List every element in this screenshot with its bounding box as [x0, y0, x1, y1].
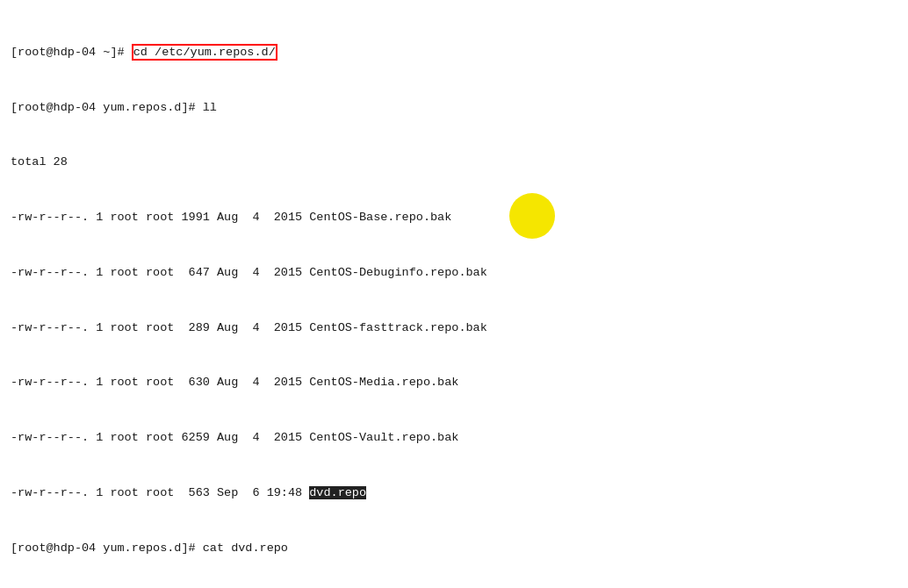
line-9: -rw-r--r--. 1 root root 563 Sep 6 19:48 … — [11, 484, 897, 503]
line-9-text: -rw-r--r--. 1 root root 563 Sep 6 19:48 — [11, 486, 309, 499]
line-6: -rw-r--r--. 1 root root 289 Aug 4 2015 C… — [11, 319, 897, 338]
line-3: total 28 — [11, 154, 897, 172]
line-1: [root@hdp-04 ~]# cd /etc/yum.repos.d/ — [11, 44, 897, 62]
line-8: -rw-r--r--. 1 root root 6259 Aug 4 2015 … — [11, 429, 897, 448]
terminal-output: [root@hdp-04 ~]# cd /etc/yum.repos.d/ [r… — [0, 0, 908, 588]
line-1-text: [root@hdp-04 ~]# — [11, 46, 132, 59]
line-9-highlight: dvd.repo — [309, 486, 366, 499]
line-7: -rw-r--r--. 1 root root 630 Aug 4 2015 C… — [11, 374, 897, 392]
line-10: [root@hdp-04 yum.repos.d]# cat dvd.repo — [11, 540, 897, 558]
line-4: -rw-r--r--. 1 root root 1991 Aug 4 2015 … — [11, 209, 897, 227]
terminal-window: [root@hdp-04 ~]# cd /etc/yum.repos.d/ [r… — [0, 0, 908, 588]
line-2: [root@hdp-04 yum.repos.d]# ll — [11, 99, 897, 118]
annotation-circle — [509, 193, 555, 239]
line-5: -rw-r--r--. 1 root root 647 Aug 4 2015 C… — [11, 264, 897, 283]
line-1-highlight: cd /etc/yum.repos.d/ — [132, 44, 277, 61]
